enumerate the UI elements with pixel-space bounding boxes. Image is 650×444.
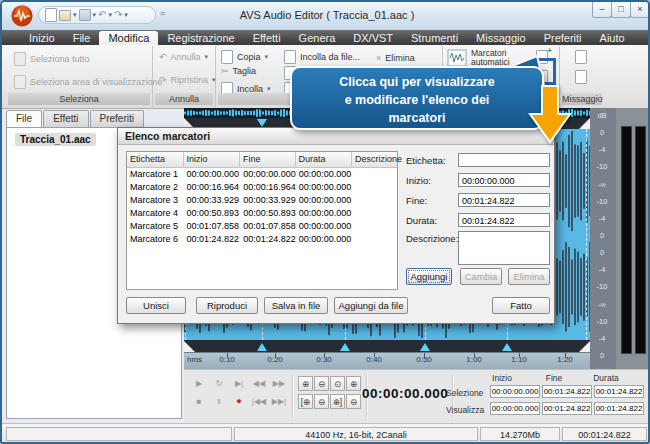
zoom-in-vertical-button[interactable]: [⊕ xyxy=(298,394,313,409)
maximize-button[interactable]: □ xyxy=(611,2,631,18)
mix-button-1[interactable] xyxy=(570,48,592,66)
zoom-out-vertical-button[interactable]: ⊖ xyxy=(314,394,329,409)
elimina-button[interactable]: Elimina xyxy=(508,268,550,285)
toolbar-customize-icon[interactable]: = xyxy=(160,8,165,18)
open-dropdown-icon[interactable]: ▾ xyxy=(73,10,77,20)
loop-button[interactable]: ↻ xyxy=(210,376,228,391)
table-row[interactable]: Marcatore 100:00:00.00000:00:00.00000:00… xyxy=(127,168,397,181)
col-descrizione[interactable]: Descrizione xyxy=(352,152,397,167)
copy-button[interactable]: Copia ▾ xyxy=(221,50,268,64)
table-row[interactable]: Marcatore 200:00:16.96400:00:16.96400:00… xyxy=(127,181,397,194)
lane-handle-left-icon[interactable] xyxy=(184,341,195,352)
redo-icon[interactable]: ↷ xyxy=(114,9,122,21)
tab-missaggio[interactable]: Missaggio xyxy=(467,31,535,45)
zoom-reset-button[interactable]: ⊖ xyxy=(346,394,361,409)
col-durata[interactable]: Durata xyxy=(296,152,353,167)
marker-flag-icon[interactable] xyxy=(257,343,267,351)
selezione-fine[interactable]: 00:01:24.822 xyxy=(542,385,592,398)
marker-list-dialog: Elenco marcatori Etichetta Inizio Fine D… xyxy=(117,127,555,324)
undo-button[interactable]: ↶ Annulla ▾ xyxy=(159,52,208,62)
paste-from-file-button[interactable]: Incolla da file... xyxy=(284,50,360,64)
etichetta-input[interactable] xyxy=(458,153,550,167)
bottom-marker-lane[interactable] xyxy=(184,340,590,352)
fine-input[interactable]: 00:01:24.822 xyxy=(458,193,550,207)
zoom-in-button[interactable]: ⊕ xyxy=(298,376,313,391)
visualizza-inizio[interactable]: 00:00:00.000 xyxy=(490,402,540,415)
zoom-custom-button[interactable]: ⊕ xyxy=(346,376,361,391)
skip-end-button[interactable]: ▶▶| xyxy=(270,394,288,409)
tab-file[interactable]: File xyxy=(64,31,100,45)
inizio-label: Inizio: xyxy=(406,175,431,186)
minimize-button[interactable]: – xyxy=(592,2,612,18)
fast-forward-button[interactable]: ▶▶ xyxy=(270,376,288,391)
ruler-tick: 0:20 xyxy=(260,355,290,364)
selezione-inizio[interactable]: 00:00:00.000 xyxy=(490,385,540,398)
marker-flag-icon[interactable] xyxy=(420,343,430,351)
marker-flag-icon[interactable] xyxy=(340,343,350,351)
tab-aiuto[interactable]: Aiuto xyxy=(591,31,634,45)
stop-button[interactable]: ■ xyxy=(190,394,208,409)
fatto-button[interactable]: Fatto xyxy=(492,297,550,314)
open-file-icon[interactable] xyxy=(59,10,71,21)
col-inizio[interactable]: Inizio xyxy=(184,152,241,167)
cambia-button[interactable]: Cambia xyxy=(460,268,502,285)
close-button[interactable]: × xyxy=(630,2,650,18)
marker-flag-icon[interactable] xyxy=(502,343,512,351)
pause-button[interactable]: ‖ xyxy=(210,394,228,409)
lane-handle-right-icon[interactable] xyxy=(579,341,590,352)
col-etichetta[interactable]: Etichetta xyxy=(127,152,184,167)
play-to-end-button[interactable]: ▶| xyxy=(230,376,248,391)
cut-button[interactable]: ✂ Taglia xyxy=(221,66,256,76)
new-file-icon[interactable] xyxy=(45,8,57,22)
sidebar-tab-preferiti[interactable]: Preferiti xyxy=(90,110,144,127)
delete-button[interactable]: × Elimina xyxy=(376,53,415,63)
undo-dropdown-icon[interactable]: ▾ xyxy=(108,10,112,20)
record-button[interactable]: ● xyxy=(230,394,248,409)
table-row[interactable]: Marcatore 600:01:24.82200:01:24.82200:00… xyxy=(127,233,397,246)
select-view-area-button[interactable]: Seleziona area di visualizzazione xyxy=(14,75,163,89)
timeline-ruler[interactable]: hms 0:10 0:20 0:30 0:40 0:50 1:00 1:10 1… xyxy=(184,352,590,370)
lane-handle-right-icon[interactable] xyxy=(579,118,590,129)
marker-flag-icon[interactable] xyxy=(257,119,267,127)
tab-inizio[interactable]: Inizio xyxy=(20,31,64,45)
sidebar-tab-effetti[interactable]: Effetti xyxy=(43,110,88,127)
select-all-button[interactable]: Seleziona tutto xyxy=(14,52,90,66)
visualizza-durata[interactable]: 00:01:24.822 xyxy=(594,402,644,415)
undo-icon[interactable]: ↶ xyxy=(98,9,106,21)
tab-registrazione[interactable]: Registrazione xyxy=(158,31,243,45)
zoom-selection-button[interactable]: ⊙ xyxy=(330,376,345,391)
descrizione-input[interactable] xyxy=(458,231,550,265)
selezione-durata[interactable]: 00:01:24.822 xyxy=(594,385,644,398)
aggiungi-da-file-button[interactable]: Aggiungi da file xyxy=(334,297,408,314)
etichetta-label: Etichetta: xyxy=(406,155,446,166)
zoom-fit-button[interactable]: ⊕] xyxy=(330,394,345,409)
inizio-input[interactable]: 00:00:00.000 xyxy=(458,173,550,187)
durata-input[interactable]: 00:01:24.822 xyxy=(458,213,550,227)
tab-dxvst[interactable]: DX/VST xyxy=(344,31,402,45)
zoom-out-button[interactable]: ⊖ xyxy=(314,376,329,391)
dialog-title[interactable]: Elenco marcatori xyxy=(118,128,554,145)
salva-in-file-button[interactable]: Salva in file xyxy=(264,297,328,314)
unisci-button[interactable]: Unisci xyxy=(126,297,186,314)
skip-start-button[interactable]: |◀◀ xyxy=(250,394,268,409)
redo-button[interactable]: ↷ Ripristina ▾ xyxy=(159,75,216,85)
tab-genera[interactable]: Genera xyxy=(290,31,345,45)
tab-modifica[interactable]: Modifica xyxy=(99,31,158,45)
file-list-item[interactable]: Traccia_01.aac xyxy=(15,133,96,146)
sidebar-tab-file[interactable]: File xyxy=(6,110,42,127)
tab-effetti[interactable]: Effetti xyxy=(244,31,290,45)
play-button[interactable]: ▶ xyxy=(190,376,208,391)
table-row[interactable]: Marcatore 300:00:33.92900:00:33.92900:00… xyxy=(127,194,397,207)
save-dropdown-icon[interactable]: ▾ xyxy=(93,10,97,20)
tab-strumenti[interactable]: Strumenti xyxy=(402,31,467,45)
table-row[interactable]: Marcatore 500:01:07.85800:01:07.85800:00… xyxy=(127,220,397,233)
aggiungi-button[interactable]: Aggiungi xyxy=(406,268,452,285)
tab-preferiti[interactable]: Preferiti xyxy=(535,31,591,45)
save-icon[interactable] xyxy=(79,9,91,21)
redo-dropdown-icon[interactable]: ▾ xyxy=(124,10,128,20)
table-row[interactable]: Marcatore 400:00:50.89300:00:50.89300:00… xyxy=(127,207,397,220)
rewind-button[interactable]: ◀◀ xyxy=(250,376,268,391)
visualizza-fine[interactable]: 00:01:24.822 xyxy=(542,402,592,415)
col-fine[interactable]: Fine xyxy=(240,152,296,167)
riproduci-button[interactable]: Riproduci xyxy=(196,297,258,314)
